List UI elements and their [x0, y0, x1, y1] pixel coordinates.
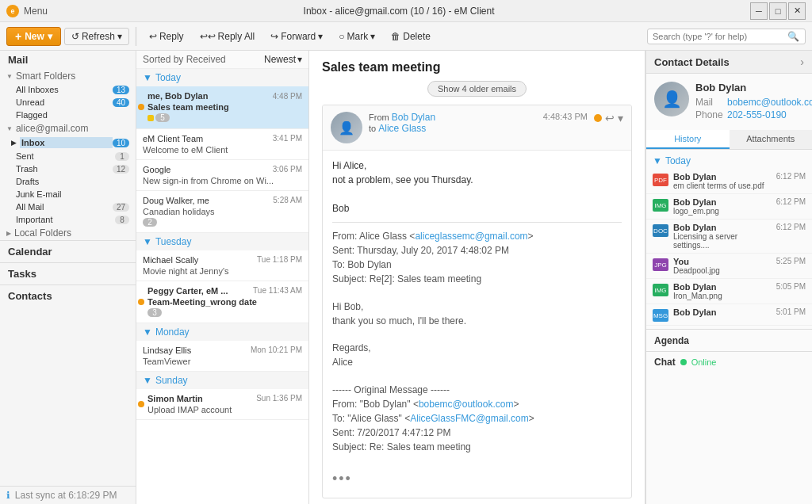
contact-panel-header: Contact Details › [646, 51, 812, 74]
message-dot [594, 114, 602, 122]
email-item[interactable]: Google 3:06 PM New sign-in from Chrome o… [136, 160, 308, 191]
email-body: Hi Alice, not a problem, see you Thursda… [323, 151, 631, 498]
reply-label: Reply [159, 31, 184, 42]
sidebar-mail-title: Mail [0, 51, 136, 69]
email-item[interactable]: Doug Walker, me 5:28 AM Canadian holiday… [136, 191, 308, 233]
history-item[interactable]: JPG You Deadpool.jpg 5:25 PM [646, 254, 812, 279]
history-time: 5:05 PM [776, 282, 806, 291]
original-from-link[interactable]: bobemc@outlook.com [419, 399, 514, 410]
sidebar-nav-calendar[interactable]: Calendar [0, 240, 136, 262]
sort-order[interactable]: Newest ▾ [264, 54, 302, 65]
local-folders-label: Local Folders [14, 227, 71, 239]
sidebar-nav-contacts[interactable]: Contacts [0, 284, 136, 307]
sidebar-item-inbox-expand[interactable]: ▶ Inbox 10 [0, 136, 136, 150]
photo-icon: JPG [653, 258, 668, 271]
to-link[interactable]: Alice Glass [378, 123, 426, 134]
trash-badge: 12 [113, 165, 129, 174]
smart-folders-header[interactable]: ▼ Smart Folders [0, 69, 136, 83]
sort-chevron-icon: ▾ [297, 54, 302, 65]
email-item[interactable]: eM Client Team 3:41 PM Welcome to eM Cli… [136, 129, 308, 160]
tab-attachments[interactable]: Attachments [730, 130, 813, 149]
contact-expand-icon[interactable]: › [800, 55, 804, 68]
history-item[interactable]: MSG Bob Dylan 5:01 PM [646, 304, 812, 326]
date-group-sunday[interactable]: ▼ Sunday [136, 372, 308, 389]
tag-yellow-icon [147, 115, 154, 121]
history-item-content: You Deadpool.jpg [673, 257, 772, 275]
more-actions-icon[interactable]: ▾ [618, 112, 623, 124]
title-bar-left: e Menu [6, 5, 48, 17]
history-time: 5:01 PM [776, 307, 806, 316]
sidebar-item-allmail[interactable]: All Mail 27 [0, 200, 136, 213]
important-label: Important [16, 215, 115, 224]
forward-button[interactable]: ↪ Forward ▾ [264, 29, 329, 44]
quoted-from-link[interactable]: aliceglassemc@gmail.com [415, 231, 527, 242]
date-group-tuesday[interactable]: ▼ Tuesday [136, 233, 308, 250]
date-group-today[interactable]: ▼ Today [136, 69, 308, 86]
mail-value[interactable]: bobemc@outlook.com [727, 97, 812, 108]
reply-button[interactable]: ↩ Reply [143, 29, 190, 44]
sidebar-item-sent[interactable]: Sent 1 [0, 150, 136, 162]
email-item[interactable]: me, Bob Dylan 4:48 PM Sales team meeting… [136, 86, 308, 129]
close-button[interactable]: ✕ [788, 2, 806, 20]
reply-all-button[interactable]: ↩↩ Reply All [193, 29, 262, 44]
sidebar-item-trash[interactable]: Trash 12 [0, 162, 136, 175]
email-sender: Simon Martin [147, 394, 203, 403]
history-time: 6:12 PM [776, 197, 806, 206]
menu-label[interactable]: Menu [24, 6, 48, 17]
history-today-label: Today [665, 155, 691, 166]
mark-icon: ○ [339, 31, 344, 42]
sidebar-item-drafts[interactable]: Drafts [0, 175, 136, 188]
sidebar-item-unread[interactable]: Unread 40 [0, 96, 136, 109]
contact-phone-row: Phone 202-555-0190 [695, 109, 812, 120]
email-item[interactable]: Peggy Carter, eM ... Tue 11:43 AM Team-M… [136, 281, 308, 323]
chat-section[interactable]: Chat Online [646, 351, 812, 372]
maximize-button[interactable]: □ [769, 2, 787, 20]
email-subject: Movie night at Jenny's [143, 266, 302, 276]
email-sender: Doug Walker, me [143, 196, 209, 205]
history-item[interactable]: IMG Bob Dylan Iron_Man.png 5:05 PM [646, 279, 812, 304]
quoted-line: Sent: Thursday, July 20, 2017 4:48:02 PM [332, 243, 622, 258]
mark-button[interactable]: ○ Mark ▾ [332, 29, 381, 44]
minimize-button[interactable]: ─ [750, 2, 768, 20]
email-count-badge: 2 [143, 218, 157, 227]
agenda-section[interactable]: Agenda [646, 329, 812, 351]
ellipsis-button[interactable]: ••• [332, 468, 622, 490]
email-count-badge: 5 [155, 113, 170, 122]
search-icon[interactable]: 🔍 [787, 31, 799, 42]
inbox-expand-icon: ▶ [11, 139, 17, 147]
email-time: Tue 11:43 AM [253, 286, 302, 295]
all-inboxes-badge: 13 [113, 86, 129, 94]
sidebar-item-important[interactable]: Important 8 [0, 213, 136, 226]
account-header[interactable]: ▼ alice@gmail.com [0, 121, 136, 136]
history-item[interactable]: DOC Bob Dylan Licensing a server setting… [646, 220, 812, 254]
from-link[interactable]: Bob Dylan [392, 112, 435, 123]
history-item[interactable]: PDF Bob Dylan em client terms of use.pdf… [646, 169, 812, 194]
email-item-top: Lindsay Ellis Mon 10:21 PM [143, 346, 302, 355]
sidebar-item-junk[interactable]: Junk E-mail [0, 188, 136, 200]
sidebar-item-all-inboxes[interactable]: All Inboxes 13 [0, 83, 136, 96]
new-button[interactable]: + New ▾ [6, 27, 61, 46]
new-label: New [25, 31, 44, 42]
history-today-header[interactable]: ▼ Today [646, 153, 812, 169]
inbox-label: Inbox [20, 137, 113, 148]
email-item[interactable]: Michael Scally Tue 1:18 PM Movie night a… [136, 250, 308, 281]
search-input[interactable] [653, 32, 787, 41]
show-older-button[interactable]: Show 4 older emails [427, 81, 527, 97]
reply-quick-icon[interactable]: ↩ [605, 112, 615, 124]
email-item[interactable]: Lindsay Ellis Mon 10:21 PM TeamViewer [136, 341, 308, 372]
email-time: Sun 1:36 PM [256, 394, 302, 403]
history-section: ▼ Today PDF Bob Dylan em client terms of… [646, 150, 812, 329]
email-count-badge: 3 [147, 308, 162, 317]
sidebar-item-flagged[interactable]: Flagged [0, 109, 136, 121]
refresh-button[interactable]: ↺ Refresh ▾ [64, 28, 129, 45]
history-item[interactable]: IMG Bob Dylan logo_em.png 6:12 PM [646, 194, 812, 220]
tab-history[interactable]: History [646, 130, 730, 149]
local-folders-header[interactable]: ▶ Local Folders [0, 226, 136, 240]
img-icon: IMG [653, 199, 668, 212]
delete-button[interactable]: 🗑 Delete [385, 29, 437, 44]
quoted-line: thank you so much, I'll be there. [332, 314, 622, 328]
sidebar-nav-tasks[interactable]: Tasks [0, 262, 136, 284]
original-to-link[interactable]: AliceGlassFMC@gmail.com [410, 413, 529, 424]
email-item[interactable]: Simon Martin Sun 1:36 PM Upload IMAP acc… [136, 389, 308, 420]
date-group-monday[interactable]: ▼ Monday [136, 323, 308, 341]
